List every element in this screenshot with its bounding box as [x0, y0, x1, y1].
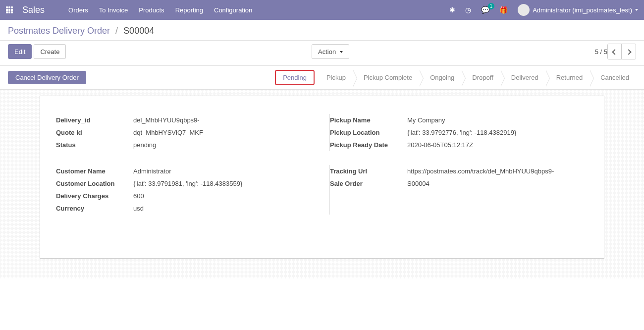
field-pickup-name: Pickup Name My Company — [330, 114, 588, 126]
stage-pickup-complete[interactable]: Pickup Complete — [353, 70, 419, 85]
avatar — [518, 4, 530, 16]
breadcrumb-bar: Postmates Delivery Order / S00004 — [0, 20, 644, 41]
apps-icon[interactable] — [6, 6, 13, 14]
field-pickup-location: Pickup Location {'lat': 33.9792776, 'lng… — [330, 126, 588, 139]
nav-menu: Orders To Invoice Products Reporting Con… — [68, 6, 252, 14]
action-dropdown[interactable]: Action — [312, 44, 349, 59]
form-grid: Delivery_id del_MhbHYUU9qbps9- Quote Id … — [56, 114, 588, 228]
cancel-delivery-button[interactable]: Cancel Delivery Order — [8, 71, 86, 84]
chat-icon[interactable]: 💬1 — [481, 6, 489, 14]
stage-ongoing[interactable]: Ongoing — [419, 70, 461, 85]
gift-icon[interactable]: 🎁 — [499, 6, 508, 14]
pager-prev[interactable] — [608, 44, 622, 59]
field-pickup-ready-date: Pickup Ready Date 2020-06-05T05:12:17Z — [330, 139, 588, 151]
field-quote-id: Quote Id dqt_MhbHYSVlQ7_MKF — [56, 126, 300, 139]
group-right-bottom: Tracking Url https://postmates.com/track… — [329, 165, 588, 215]
nav-products[interactable]: Products — [139, 6, 164, 14]
pager-next[interactable] — [622, 44, 636, 59]
field-status: Status pending — [56, 139, 300, 151]
breadcrumb-sep: / — [115, 26, 118, 36]
nav-toinvoice[interactable]: To Invoice — [99, 6, 128, 14]
group-left-top: Delivery_id del_MhbHYUU9qbps9- Quote Id … — [56, 114, 315, 151]
field-tracking-url: Tracking Url https://postmates.com/track… — [330, 165, 588, 177]
breadcrumb-parent[interactable]: Postmates Delivery Order — [8, 26, 110, 36]
chevron-left-icon — [613, 48, 617, 55]
breadcrumb-current: S00004 — [123, 26, 154, 36]
field-customer-name: Customer Name Administrator — [56, 165, 300, 177]
breadcrumb: Postmates Delivery Order / S00004 — [8, 26, 636, 36]
nav-reporting[interactable]: Reporting — [175, 6, 203, 14]
nav-right: ✱ ◷ 💬1 🎁 Administrator (imi_postmates_te… — [449, 4, 638, 16]
field-currency: Currency usd — [56, 202, 300, 215]
user-menu[interactable]: Administrator (imi_postmates_test) — [518, 4, 638, 16]
form-area: Delivery_id del_MhbHYUU9qbps9- Quote Id … — [0, 90, 644, 278]
create-button[interactable]: Create — [34, 44, 66, 59]
pager-buttons — [607, 44, 636, 59]
field-delivery-charges: Delivery Charges 600 — [56, 190, 300, 202]
pager-text[interactable]: 5 / 5 — [595, 48, 607, 55]
field-customer-location: Customer Location {'lat': 33.9791981, 'l… — [56, 177, 300, 190]
stage-returned[interactable]: Returned — [545, 70, 590, 85]
form-sheet: Delivery_id del_MhbHYUU9qbps9- Quote Id … — [40, 96, 604, 259]
user-name: Administrator (imi_postmates_test) — [533, 6, 632, 14]
edit-button[interactable]: Edit — [8, 44, 32, 59]
stage-pickup[interactable]: Pickup — [316, 70, 353, 85]
app-name[interactable]: Sales — [22, 5, 45, 15]
statusbar: Pending Pickup Pickup Complete Ongoing D… — [275, 70, 636, 85]
nav-left: Sales Orders To Invoice Products Reporti… — [6, 5, 252, 15]
bug-icon[interactable]: ✱ — [449, 6, 455, 14]
chevron-right-icon — [627, 48, 631, 55]
clock-icon[interactable]: ◷ — [465, 6, 471, 14]
stage-dropoff[interactable]: Dropoff — [461, 70, 500, 85]
stage-delivered[interactable]: Delivered — [500, 70, 545, 85]
nav-configuration[interactable]: Configuration — [214, 6, 252, 14]
group-right-top: Pickup Name My Company Pickup Location {… — [329, 114, 588, 151]
nav-orders[interactable]: Orders — [68, 6, 88, 14]
field-sale-order: Sale Order S00004 — [330, 177, 588, 190]
chat-badge: 1 — [488, 3, 495, 9]
field-delivery-id: Delivery_id del_MhbHYUU9qbps9- — [56, 114, 300, 126]
stage-cancelled[interactable]: Cancelled — [590, 70, 636, 85]
status-row: Cancel Delivery Order Pending Pickup Pic… — [0, 66, 644, 90]
group-left-bottom: Customer Name Administrator Customer Loc… — [56, 165, 315, 215]
control-row: Edit Create Action 5 / 5 — [0, 41, 644, 66]
stage-pending[interactable]: Pending — [275, 70, 315, 85]
navbar: Sales Orders To Invoice Products Reporti… — [0, 0, 644, 20]
